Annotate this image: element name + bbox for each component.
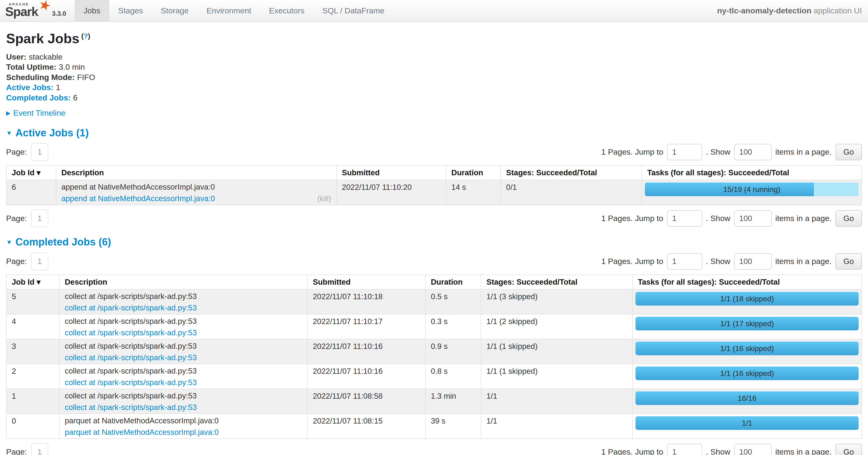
job-description: collect at /spark-scripts/spark-ad.py:53 <box>65 342 302 350</box>
task-progress-bar: 15/19 (4 running) <box>645 182 859 196</box>
spark-logo-art: APACHESpark ★ <box>5 1 50 20</box>
summary-label[interactable]: Active Jobs: <box>6 83 54 92</box>
job-detail-link[interactable]: parquet at NativeMethodAccessorImpl.java… <box>65 428 219 436</box>
pagination-row: Page: 1 1 Pages. Jump to . Show items in… <box>6 143 862 161</box>
jump-to-page-input[interactable] <box>667 253 702 269</box>
tasks-cell: 1/1 (18 skipped) <box>632 289 862 314</box>
page-label: Page: <box>6 147 27 157</box>
jump-to-page-input[interactable] <box>667 444 702 455</box>
go-button[interactable]: Go <box>835 253 862 269</box>
job-detail-link[interactable]: collect at /spark-scripts/spark-ad.py:53 <box>65 378 197 387</box>
tab-storage[interactable]: Storage <box>152 0 197 21</box>
page-title: Spark Jobs(?) <box>6 30 862 47</box>
page-number-button[interactable]: 1 <box>31 209 48 227</box>
task-progress-bar: 1/1 (16 skipped) <box>636 367 859 380</box>
job-description: collect at /spark-scripts/spark-ad.py:53 <box>65 391 302 400</box>
go-button[interactable]: Go <box>835 210 862 227</box>
tasks-cell: 1/1 <box>632 414 862 438</box>
items-per-page-input[interactable] <box>734 210 772 227</box>
tab-label: Executors <box>269 6 305 16</box>
submitted-cell: 2022/11/07 11:08:15 <box>307 414 426 438</box>
page-label: Page: <box>6 214 27 223</box>
table-row: 5 collect at /spark-scripts/spark-ad.py:… <box>6 289 862 314</box>
spark-logo[interactable]: APACHESpark ★ 3.3.0 <box>0 0 68 21</box>
tasks-cell: 16/16 <box>632 389 862 414</box>
pages-count-text: 1 Pages. Jump to <box>601 256 663 266</box>
application-suffix: application UI <box>811 6 862 15</box>
job-detail-link[interactable]: collect at /spark-scripts/spark-ad.py:53 <box>65 403 197 411</box>
active-jobs-heading[interactable]: ▼ Active Jobs (1) <box>6 126 862 139</box>
go-button[interactable]: Go <box>835 444 862 455</box>
job-detail-link[interactable]: collect at /spark-scripts/spark-ad.py:53 <box>65 328 197 337</box>
items-per-page-input[interactable] <box>734 444 772 455</box>
column-header[interactable]: Tasks (for all stages): Succeeded/Total <box>642 165 862 180</box>
completed-jobs-heading[interactable]: ▼ Completed Jobs (6) <box>6 236 862 248</box>
column-header[interactable]: Description <box>56 165 337 180</box>
task-progress-bar: 16/16 <box>636 391 859 405</box>
tab-jobs[interactable]: Jobs <box>74 0 109 21</box>
submitted-cell: 2022/11/07 11:10:17 <box>307 314 426 339</box>
column-header[interactable]: Stages: Succeeded/Total <box>481 275 632 289</box>
items-per-page-text: items in a page. <box>775 256 832 266</box>
jump-to-page-input[interactable] <box>667 144 702 160</box>
table-row: 6 append at NativeMethodAccessorImpl.jav… <box>6 180 862 205</box>
tab-executors[interactable]: Executors <box>260 0 313 21</box>
column-header[interactable]: Job Id ▾ <box>6 165 56 180</box>
spark-wordmark: Spark <box>5 4 38 19</box>
summary-value: stackable <box>29 52 63 61</box>
description-cell: collect at /spark-scripts/spark-ad.py:53… <box>59 339 307 364</box>
job-id-cell: 4 <box>6 314 59 339</box>
tab-environment[interactable]: Environment <box>197 0 260 21</box>
column-header[interactable]: Job Id ▾ <box>6 275 59 289</box>
pagination-row: Page: 1 1 Pages. Jump to . Show items in… <box>6 209 862 227</box>
progress-label: 1/1 (16 skipped) <box>636 342 859 355</box>
tab-sql-dataframe[interactable]: SQL / DataFrame <box>313 0 393 21</box>
summary-item: Completed Jobs:6 <box>6 93 862 103</box>
tab-label: Jobs <box>84 6 100 16</box>
tab-stages[interactable]: Stages <box>109 0 152 21</box>
table-row: 4 collect at /spark-scripts/spark-ad.py:… <box>6 314 862 339</box>
page-number-button[interactable]: 1 <box>31 143 48 161</box>
job-detail-link[interactable]: collect at /spark-scripts/spark-ad.py:53 <box>65 353 197 362</box>
items-per-page-input[interactable] <box>734 144 772 160</box>
completed-jobs-pagination-top: Page: 1 1 Pages. Jump to . Show items in… <box>6 253 862 270</box>
completed-jobs-table: Job Id ▾DescriptionSubmittedDurationStag… <box>6 275 862 439</box>
pages-count-text: 1 Pages. Jump to <box>601 147 663 157</box>
page-number-button[interactable]: 1 <box>31 253 48 270</box>
summary-label[interactable]: Completed Jobs: <box>6 93 71 102</box>
help-question-icon: ? <box>84 32 88 40</box>
summary-item: Total Uptime:3.0 min <box>6 62 862 72</box>
column-header[interactable]: Stages: Succeeded/Total <box>501 165 642 180</box>
column-header[interactable]: Duration <box>426 275 481 289</box>
column-header[interactable]: Description <box>59 275 307 289</box>
tab-label: SQL / DataFrame <box>322 6 384 16</box>
job-detail-link[interactable]: collect at /spark-scripts/spark-ad.py:53 <box>65 304 197 312</box>
page-number-button[interactable]: 1 <box>31 443 48 455</box>
column-header[interactable]: Submitted <box>337 165 446 180</box>
help-marker[interactable]: (?) <box>81 32 90 40</box>
kill-link[interactable]: (kill) <box>317 194 331 203</box>
show-text: . Show <box>706 256 731 266</box>
go-button[interactable]: Go <box>835 144 862 160</box>
duration-cell: 1.3 min <box>426 389 481 414</box>
task-progress-bar: 1/1 (17 skipped) <box>636 317 859 331</box>
items-per-page-input[interactable] <box>734 253 772 269</box>
pagination-row: Page: 1 1 Pages. Jump to . Show items in… <box>6 253 862 270</box>
job-detail-link[interactable]: append at NativeMethodAccessorImpl.java:… <box>61 194 215 203</box>
table-row: 0 parquet at NativeMethodAccessorImpl.ja… <box>6 414 862 438</box>
stages-cell: 1/1 (2 skipped) <box>481 314 632 339</box>
task-progress-bar: 1/1 (16 skipped) <box>636 342 859 355</box>
active-jobs-header-row: Job Id ▾DescriptionSubmittedDurationStag… <box>6 165 862 180</box>
column-header[interactable]: Tasks (for all stages): Succeeded/Total <box>632 275 862 289</box>
column-header[interactable]: Duration <box>446 165 501 180</box>
spark-star-icon: ★ <box>37 0 53 13</box>
stages-cell: 1/1 (3 skipped) <box>481 289 632 314</box>
column-header[interactable]: Submitted <box>307 275 426 289</box>
jump-to-page-input[interactable] <box>667 210 702 227</box>
summary-value: 6 <box>73 93 78 102</box>
tasks-cell: 1/1 (17 skipped) <box>632 314 862 339</box>
stages-cell: 1/1 <box>481 414 632 438</box>
event-timeline-toggle[interactable]: ▶ Event Timeline <box>6 108 862 118</box>
submitted-cell: 2022/11/07 11:10:16 <box>307 339 426 364</box>
tasks-cell: 15/19 (4 running) <box>642 180 862 205</box>
